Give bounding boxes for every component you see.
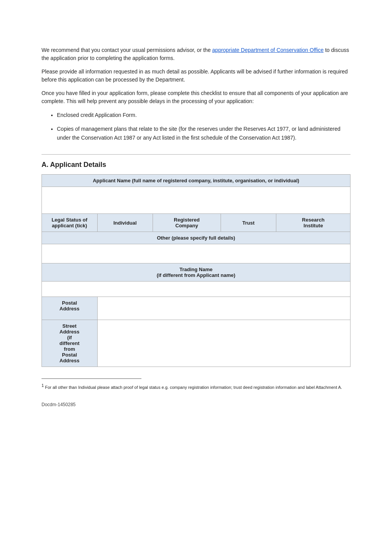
footnote-divider bbox=[42, 378, 141, 381]
trading-name-label: Trading Name (if different from Applican… bbox=[42, 263, 350, 282]
street-address-value bbox=[97, 320, 350, 367]
table-row: Street Address (if different from Postal… bbox=[42, 320, 350, 367]
individual-label: Individual bbox=[97, 214, 153, 232]
table-row: Postal Address bbox=[42, 297, 350, 320]
doc-link[interactable]: appropriate Department of Conservation O… bbox=[212, 47, 324, 53]
other-label: Other (please specify full details) bbox=[42, 232, 350, 244]
trading-name-value bbox=[42, 282, 350, 297]
table-row bbox=[42, 187, 350, 214]
legal-status-label: Legal Status of applicant (tick) bbox=[42, 214, 98, 232]
registered-company-label: Registered Company bbox=[153, 214, 221, 232]
intro-paragraph-2: Please provide all information requested… bbox=[42, 68, 350, 84]
doc-number: Docdm-1450285 bbox=[42, 402, 350, 407]
research-institute-label: Research Institute bbox=[276, 214, 350, 232]
postal-address-value bbox=[97, 297, 350, 320]
postal-address-label: Postal Address bbox=[42, 297, 98, 320]
table-row: Applicant Name (full name of registered … bbox=[42, 175, 350, 187]
checklist: Enclosed credit Application Form. Copies… bbox=[57, 111, 350, 142]
footnote: 1 For all other than Individual please a… bbox=[42, 383, 350, 390]
table-row: Trading Name (if different from Applican… bbox=[42, 263, 350, 282]
list-item: Enclosed credit Application Form. bbox=[57, 111, 350, 119]
applicant-name-value bbox=[42, 187, 350, 214]
table-row: Other (please specify full details) bbox=[42, 232, 350, 244]
applicant-details-table: Applicant Name (full name of registered … bbox=[42, 174, 350, 367]
other-value bbox=[42, 244, 350, 263]
section-a-title: A. Applicant Details bbox=[42, 161, 350, 169]
table-row-legal-status: Legal Status of applicant (tick) Individ… bbox=[42, 214, 350, 232]
list-item: Copies of management plans that relate t… bbox=[57, 125, 350, 142]
footnote-content: For all other than Individual please att… bbox=[45, 385, 342, 390]
applicant-name-label: Applicant Name (full name of registered … bbox=[42, 175, 350, 187]
table-row bbox=[42, 282, 350, 297]
section-divider bbox=[42, 154, 350, 155]
intro-paragraph-3: Once you have filled in your application… bbox=[42, 89, 350, 105]
trust-label: Trust bbox=[221, 214, 276, 232]
footnote-marker: 1 bbox=[42, 383, 44, 388]
page-container: We recommend that you contact your usual… bbox=[0, 0, 392, 555]
table-row bbox=[42, 244, 350, 263]
street-address-label: Street Address (if different from Postal… bbox=[42, 320, 98, 367]
intro-paragraph-1: We recommend that you contact your usual… bbox=[42, 46, 350, 62]
